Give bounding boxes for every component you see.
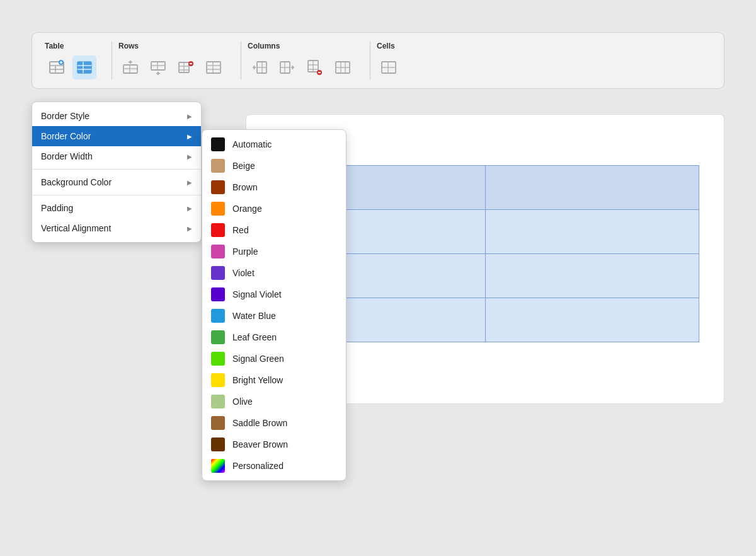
swatch-beaver-brown xyxy=(211,437,225,451)
color-item-signal-green[interactable]: Signal Green xyxy=(202,348,346,369)
delete-col-icon[interactable] xyxy=(303,55,327,79)
color-item-orange[interactable]: Orange xyxy=(202,198,346,219)
swatch-leaf-green xyxy=(211,330,225,344)
color-submenu: AutomaticBeigeBrownOrangeRedPurpleViolet… xyxy=(202,129,346,481)
swatch-signal-violet xyxy=(211,287,225,301)
menu-item-background-color[interactable]: Background Color ▶ xyxy=(32,172,201,192)
arrow-icon-border-style: ▶ xyxy=(187,113,192,120)
arrow-icon-border-width: ▶ xyxy=(187,153,192,160)
color-item-signal-violet[interactable]: Signal Violet xyxy=(202,284,346,305)
color-item-leaf-green[interactable]: Leaf Green xyxy=(202,327,346,348)
color-label-violet: Violet xyxy=(232,268,255,278)
swatch-automatic xyxy=(211,137,225,151)
color-label-purple: Purple xyxy=(232,246,258,257)
color-item-beaver-brown[interactable]: Beaver Brown xyxy=(202,434,346,455)
below-toolbar: Border Style ▶ Border Color ▶ Border Wid… xyxy=(32,101,724,480)
toolbar-section-label-table: Table xyxy=(45,42,64,50)
swatch-violet xyxy=(211,266,225,280)
color-label-red: Red xyxy=(232,225,249,235)
color-label-signal-violet: Signal Violet xyxy=(232,289,282,299)
divider-2 xyxy=(32,195,201,195)
insert-row-above-icon[interactable] xyxy=(118,55,142,79)
swatch-red xyxy=(211,223,225,237)
color-label-orange: Orange xyxy=(232,204,262,214)
color-label-brown: Brown xyxy=(232,182,258,192)
arrow-icon-vertical-alignment: ▶ xyxy=(187,225,192,232)
color-label-leaf-green: Leaf Green xyxy=(232,332,277,342)
insert-row-below-icon[interactable] xyxy=(146,55,170,79)
color-label-personalized: Personalized xyxy=(232,461,284,471)
menu-item-vertical-alignment[interactable]: Vertical Alignment ▶ xyxy=(32,218,201,238)
insert-col-left-icon[interactable] xyxy=(248,55,272,79)
color-item-personalized[interactable]: Personalized xyxy=(202,455,346,477)
toolbar-section-label-cells: Cells xyxy=(377,42,395,50)
row-properties-icon[interactable] xyxy=(202,55,226,79)
color-label-beige: Beige xyxy=(232,161,255,171)
color-label-bright-yellow: Bright Yellow xyxy=(232,375,283,385)
color-item-violet[interactable]: Violet xyxy=(202,262,346,284)
table-properties-icon[interactable] xyxy=(72,55,96,79)
toolbar-section-columns: Columns xyxy=(248,42,370,79)
cell-properties-icon[interactable] xyxy=(377,55,401,79)
swatch-olive xyxy=(211,395,225,408)
toolbar: Table xyxy=(32,32,724,89)
toolbar-icons-cells xyxy=(377,55,401,79)
arrow-icon-background-color: ▶ xyxy=(187,179,192,186)
swatch-water-blue xyxy=(211,309,225,323)
toolbar-section-label-rows: Rows xyxy=(118,42,139,50)
table-cell xyxy=(485,298,699,342)
swatch-brown xyxy=(211,180,225,194)
menu-item-border-width[interactable]: Border Width ▶ xyxy=(32,146,201,166)
insert-col-right-icon[interactable] xyxy=(275,55,299,79)
color-label-saddle-brown: Saddle Brown xyxy=(232,418,287,428)
menu-item-border-style[interactable]: Border Style ▶ xyxy=(32,106,201,126)
color-item-saddle-brown[interactable]: Saddle Brown xyxy=(202,412,346,434)
swatch-purple xyxy=(211,245,225,258)
toolbar-icons-rows xyxy=(118,55,226,79)
table-cell xyxy=(485,254,699,298)
main-container: Table xyxy=(32,32,724,524)
toolbar-section-table: Table xyxy=(45,42,112,79)
menu-item-padding[interactable]: Padding ▶ xyxy=(32,198,201,218)
color-item-bright-yellow[interactable]: Bright Yellow xyxy=(202,369,346,391)
color-label-olive: Olive xyxy=(232,397,253,407)
color-item-purple[interactable]: Purple xyxy=(202,241,346,262)
svg-rect-7 xyxy=(77,62,91,73)
context-menu: Border Style ▶ Border Color ▶ Border Wid… xyxy=(32,101,202,243)
color-label-signal-green: Signal Green xyxy=(232,354,284,364)
color-item-beige[interactable]: Beige xyxy=(202,155,346,177)
color-item-automatic[interactable]: Automatic xyxy=(202,134,346,155)
insert-table-icon[interactable] xyxy=(45,55,69,79)
swatch-personalized xyxy=(211,459,225,473)
toolbar-section-label-columns: Columns xyxy=(248,42,280,50)
color-item-water-blue[interactable]: Water Blue xyxy=(202,305,346,327)
svg-rect-28 xyxy=(207,62,220,73)
menu-item-border-color[interactable]: Border Color ▶ xyxy=(32,126,201,146)
delete-row-icon[interactable] xyxy=(174,55,198,79)
swatch-bright-yellow xyxy=(211,373,225,387)
color-label-water-blue: Water Blue xyxy=(232,311,276,321)
swatch-saddle-brown xyxy=(211,416,225,430)
color-item-brown[interactable]: Brown xyxy=(202,177,346,198)
col-properties-icon[interactable] xyxy=(331,55,355,79)
divider-1 xyxy=(32,169,201,170)
swatch-orange xyxy=(211,202,225,216)
color-item-olive[interactable]: Olive xyxy=(202,391,346,412)
arrow-icon-border-color: ▶ xyxy=(187,133,192,140)
swatch-beige xyxy=(211,159,225,173)
toolbar-section-cells: Cells xyxy=(377,42,401,79)
arrow-icon-padding: ▶ xyxy=(187,205,192,212)
toolbar-section-rows: Rows xyxy=(118,42,241,79)
toolbar-icons-table xyxy=(45,55,96,79)
color-label-automatic: Automatic xyxy=(232,139,272,149)
toolbar-icons-columns xyxy=(248,55,355,79)
table-cell xyxy=(485,210,699,254)
swatch-signal-green xyxy=(211,352,225,366)
table-cell xyxy=(485,166,699,210)
color-item-red[interactable]: Red xyxy=(202,219,346,241)
color-label-beaver-brown: Beaver Brown xyxy=(232,439,288,449)
